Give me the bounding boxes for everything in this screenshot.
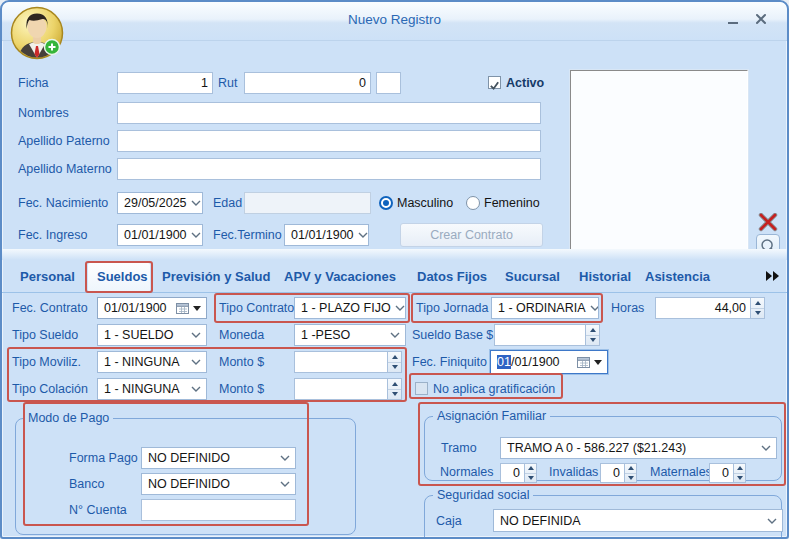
spin-down-button[interactable] <box>388 363 401 373</box>
dropdown-arrow-icon <box>193 306 201 311</box>
photo-box <box>570 70 748 252</box>
spin-down-button[interactable] <box>586 336 599 346</box>
tipo-contrato-label: Tipo Contrato <box>219 297 294 319</box>
apellido-materno-label: Apellido Materno <box>18 158 112 180</box>
fec-nacimiento-value: 29/05/2025 <box>124 196 187 210</box>
maternales-stepper[interactable]: 0 <box>709 463 746 483</box>
modo-de-pago-title: Modo de Pago <box>24 410 113 426</box>
normales-stepper[interactable]: 0 <box>500 463 537 483</box>
spin-up-button[interactable] <box>751 298 764 309</box>
horas-stepper[interactable]: 44,00 <box>655 297 765 319</box>
monto-moviliz-stepper[interactable] <box>294 351 402 373</box>
tramo-value: TRAMO A 0 - 586.227 ($21.243) <box>507 441 686 455</box>
fec-finiquito-rest: /01/1900 <box>511 355 560 369</box>
activo-checkbox[interactable] <box>488 76 501 89</box>
tipo-colacion-select[interactable]: 1 - NINGUNA <box>97 378 207 400</box>
fec-ingreso-select[interactable]: 01/01/1900 <box>117 224 203 246</box>
no-aplica-gratificacion-checkbox[interactable] <box>415 382 428 395</box>
tab-personal[interactable]: Personal <box>20 260 75 293</box>
forma-pago-select[interactable]: NO DEFINIDO <box>141 447 296 469</box>
horas-value: 44,00 <box>715 301 746 315</box>
banco-select[interactable]: NO DEFINIDO <box>141 473 296 495</box>
horas-field[interactable]: 44,00 <box>655 297 750 319</box>
moneda-select[interactable]: 1 -PESO <box>294 324 406 346</box>
fec-finiquito-datepicker[interactable]: 01/01/1900 <box>490 350 608 374</box>
spin-down-button[interactable] <box>388 390 401 400</box>
sueldo-base-field[interactable] <box>494 324 585 346</box>
invalidas-stepper[interactable]: 0 <box>600 463 637 483</box>
fec-nacimiento-select[interactable]: 29/05/2025 <box>117 192 203 214</box>
spin-down-button[interactable] <box>525 474 536 483</box>
radio-femenino[interactable] <box>466 196 480 210</box>
maternales-field[interactable]: 0 <box>709 463 733 483</box>
spin-up-button[interactable] <box>388 379 401 390</box>
cuenta-input[interactable] <box>141 499 296 521</box>
edad-input <box>244 192 371 214</box>
nombres-input[interactable] <box>117 102 541 124</box>
tipo-moviliz-select[interactable]: 1 - NINGUNA <box>97 351 207 373</box>
fec-contrato-datepicker[interactable]: 01/01/1900 <box>97 297 207 319</box>
monto-colacion-stepper[interactable] <box>294 378 402 400</box>
tipo-jornada-value: 1 - ORDINARIA <box>498 301 586 315</box>
minimize-icon <box>728 22 738 24</box>
chevron-down-icon <box>191 359 201 365</box>
spin-up-button[interactable] <box>625 464 636 474</box>
spin-up-button[interactable] <box>388 352 401 363</box>
rut-dv-input[interactable] <box>376 72 401 94</box>
monto-moviliz-field[interactable] <box>294 351 387 373</box>
spin-down-button[interactable] <box>734 474 745 483</box>
invalidas-field[interactable]: 0 <box>600 463 624 483</box>
rut-value: 0 <box>359 76 366 90</box>
rut-input[interactable]: 0 <box>244 72 371 94</box>
tab-prevision-y-salud[interactable]: Previsión y Salud <box>162 260 270 293</box>
normales-field[interactable]: 0 <box>500 463 524 483</box>
tipo-moviliz-value: 1 - NINGUNA <box>104 355 180 369</box>
spin-down-button[interactable] <box>625 474 636 483</box>
crear-contrato-label: Crear Contrato <box>430 228 513 242</box>
caja-select[interactable]: NO DEFINIDA <box>493 509 783 532</box>
calendar-icon <box>577 356 590 368</box>
fec-contrato-value: 01/01/1900 <box>104 301 167 315</box>
radio-masculino[interactable] <box>379 196 393 210</box>
sueldo-base-stepper[interactable] <box>494 324 600 346</box>
tab-apv-y-vacaciones[interactable]: APV y Vacaciones <box>284 260 396 293</box>
tipo-contrato-select[interactable]: 1 - PLAZO FIJO <box>294 297 406 319</box>
tab-historial[interactable]: Historial <box>579 260 631 293</box>
red-x-icon <box>758 213 778 232</box>
fec-termino-select[interactable]: 01/01/1900 <box>284 224 369 246</box>
tipo-jornada-select[interactable]: 1 - ORDINARIA <box>491 297 599 319</box>
tab-datos-fijos[interactable]: Datos Fijos <box>417 260 487 293</box>
chevron-down-icon <box>590 305 599 311</box>
tab-sucursal[interactable]: Sucursal <box>505 260 560 293</box>
close-button[interactable] <box>752 10 770 28</box>
femenino-label: Femenino <box>484 192 540 214</box>
tab-sueldos[interactable]: Sueldos <box>97 260 148 293</box>
tab-scroll-right-button[interactable] <box>762 266 782 286</box>
apellido-paterno-input[interactable] <box>117 130 541 152</box>
apellido-materno-input[interactable] <box>117 158 541 180</box>
invalidas-spinner <box>624 463 637 483</box>
tabstrip-divider <box>2 292 787 293</box>
tab-asistencia[interactable]: Asistencia <box>645 260 710 293</box>
clear-photo-button[interactable] <box>756 211 780 233</box>
ficha-input[interactable]: 1 <box>117 72 213 94</box>
monto-colacion-field[interactable] <box>294 378 387 400</box>
spin-up-button[interactable] <box>734 464 745 474</box>
chevron-down-icon <box>191 386 201 392</box>
minimize-button[interactable] <box>724 10 742 28</box>
spin-up-button[interactable] <box>586 325 599 336</box>
tramo-select[interactable]: TRAMO A 0 - 586.227 ($21.243) <box>500 437 777 459</box>
invalidas-value: 0 <box>613 466 620 480</box>
monto-colacion-spinner <box>387 378 402 400</box>
crear-contrato-button[interactable]: Crear Contrato <box>400 223 543 247</box>
spin-up-button[interactable] <box>525 464 536 474</box>
chevron-down-icon <box>761 445 771 451</box>
horas-spinner <box>750 297 765 319</box>
tipo-sueldo-select[interactable]: 1 - SUELDO <box>97 324 207 346</box>
tipo-jornada-label: Tipo Jornada <box>416 297 489 319</box>
chevron-down-icon <box>280 481 290 487</box>
spin-down-button[interactable] <box>751 309 764 319</box>
check-icon <box>489 80 500 91</box>
forma-pago-label: Forma Pago <box>69 447 138 469</box>
close-icon <box>755 13 767 25</box>
